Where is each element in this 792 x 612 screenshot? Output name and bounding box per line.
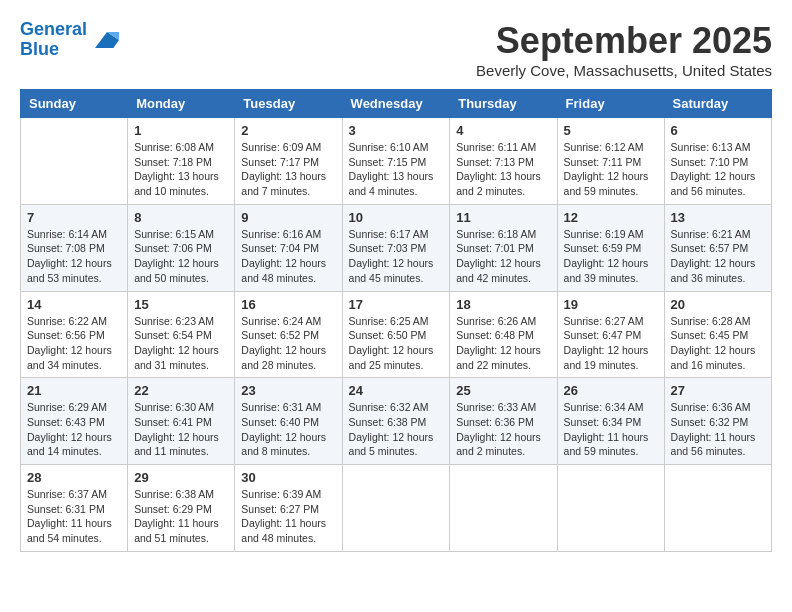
- day-number: 19: [564, 297, 658, 312]
- title-area: September 2025 Beverly Cove, Massachuset…: [476, 20, 772, 79]
- calendar-cell: 6Sunrise: 6:13 AM Sunset: 7:10 PM Daylig…: [664, 118, 771, 205]
- calendar-cell: 5Sunrise: 6:12 AM Sunset: 7:11 PM Daylig…: [557, 118, 664, 205]
- calendar-cell: 27Sunrise: 6:36 AM Sunset: 6:32 PM Dayli…: [664, 378, 771, 465]
- cell-text: Sunrise: 6:29 AM Sunset: 6:43 PM Dayligh…: [27, 401, 112, 457]
- day-number: 22: [134, 383, 228, 398]
- calendar-cell: 1Sunrise: 6:08 AM Sunset: 7:18 PM Daylig…: [128, 118, 235, 205]
- cell-text: Sunrise: 6:38 AM Sunset: 6:29 PM Dayligh…: [134, 488, 219, 544]
- calendar-cell: 21Sunrise: 6:29 AM Sunset: 6:43 PM Dayli…: [21, 378, 128, 465]
- calendar-cell: 3Sunrise: 6:10 AM Sunset: 7:15 PM Daylig…: [342, 118, 450, 205]
- calendar-cell: 2Sunrise: 6:09 AM Sunset: 7:17 PM Daylig…: [235, 118, 342, 205]
- calendar-cell: 29Sunrise: 6:38 AM Sunset: 6:29 PM Dayli…: [128, 465, 235, 552]
- calendar-cell: 25Sunrise: 6:33 AM Sunset: 6:36 PM Dayli…: [450, 378, 557, 465]
- day-number: 24: [349, 383, 444, 398]
- cell-text: Sunrise: 6:28 AM Sunset: 6:45 PM Dayligh…: [671, 315, 756, 371]
- cell-text: Sunrise: 6:25 AM Sunset: 6:50 PM Dayligh…: [349, 315, 434, 371]
- calendar-cell: 15Sunrise: 6:23 AM Sunset: 6:54 PM Dayli…: [128, 291, 235, 378]
- day-number: 3: [349, 123, 444, 138]
- calendar-cell: 26Sunrise: 6:34 AM Sunset: 6:34 PM Dayli…: [557, 378, 664, 465]
- cell-text: Sunrise: 6:19 AM Sunset: 6:59 PM Dayligh…: [564, 228, 649, 284]
- calendar-table: SundayMondayTuesdayWednesdayThursdayFrid…: [20, 89, 772, 552]
- calendar-cell: [557, 465, 664, 552]
- day-number: 16: [241, 297, 335, 312]
- cell-text: Sunrise: 6:31 AM Sunset: 6:40 PM Dayligh…: [241, 401, 326, 457]
- calendar-cell: 18Sunrise: 6:26 AM Sunset: 6:48 PM Dayli…: [450, 291, 557, 378]
- day-header-friday: Friday: [557, 90, 664, 118]
- calendar-cell: 8Sunrise: 6:15 AM Sunset: 7:06 PM Daylig…: [128, 204, 235, 291]
- cell-text: Sunrise: 6:11 AM Sunset: 7:13 PM Dayligh…: [456, 141, 541, 197]
- cell-text: Sunrise: 6:37 AM Sunset: 6:31 PM Dayligh…: [27, 488, 112, 544]
- day-number: 29: [134, 470, 228, 485]
- calendar-cell: 28Sunrise: 6:37 AM Sunset: 6:31 PM Dayli…: [21, 465, 128, 552]
- calendar-cell: 19Sunrise: 6:27 AM Sunset: 6:47 PM Dayli…: [557, 291, 664, 378]
- calendar-cell: 13Sunrise: 6:21 AM Sunset: 6:57 PM Dayli…: [664, 204, 771, 291]
- cell-text: Sunrise: 6:09 AM Sunset: 7:17 PM Dayligh…: [241, 141, 326, 197]
- cell-text: Sunrise: 6:13 AM Sunset: 7:10 PM Dayligh…: [671, 141, 756, 197]
- day-number: 21: [27, 383, 121, 398]
- cell-text: Sunrise: 6:10 AM Sunset: 7:15 PM Dayligh…: [349, 141, 434, 197]
- cell-text: Sunrise: 6:14 AM Sunset: 7:08 PM Dayligh…: [27, 228, 112, 284]
- day-number: 8: [134, 210, 228, 225]
- day-number: 26: [564, 383, 658, 398]
- cell-text: Sunrise: 6:24 AM Sunset: 6:52 PM Dayligh…: [241, 315, 326, 371]
- logo-line2: Blue: [20, 39, 59, 59]
- calendar-cell: 17Sunrise: 6:25 AM Sunset: 6:50 PM Dayli…: [342, 291, 450, 378]
- logo-line1: General: [20, 19, 87, 39]
- cell-text: Sunrise: 6:16 AM Sunset: 7:04 PM Dayligh…: [241, 228, 326, 284]
- cell-text: Sunrise: 6:27 AM Sunset: 6:47 PM Dayligh…: [564, 315, 649, 371]
- calendar-header-row: SundayMondayTuesdayWednesdayThursdayFrid…: [21, 90, 772, 118]
- cell-text: Sunrise: 6:21 AM Sunset: 6:57 PM Dayligh…: [671, 228, 756, 284]
- day-header-sunday: Sunday: [21, 90, 128, 118]
- cell-text: Sunrise: 6:17 AM Sunset: 7:03 PM Dayligh…: [349, 228, 434, 284]
- day-header-thursday: Thursday: [450, 90, 557, 118]
- day-number: 15: [134, 297, 228, 312]
- day-header-saturday: Saturday: [664, 90, 771, 118]
- cell-text: Sunrise: 6:36 AM Sunset: 6:32 PM Dayligh…: [671, 401, 756, 457]
- calendar-body: 1Sunrise: 6:08 AM Sunset: 7:18 PM Daylig…: [21, 118, 772, 552]
- day-number: 7: [27, 210, 121, 225]
- calendar-cell: 11Sunrise: 6:18 AM Sunset: 7:01 PM Dayli…: [450, 204, 557, 291]
- day-number: 1: [134, 123, 228, 138]
- day-number: 11: [456, 210, 550, 225]
- calendar-cell: [664, 465, 771, 552]
- calendar-cell: 14Sunrise: 6:22 AM Sunset: 6:56 PM Dayli…: [21, 291, 128, 378]
- location: Beverly Cove, Massachusetts, United Stat…: [476, 62, 772, 79]
- calendar-cell: 4Sunrise: 6:11 AM Sunset: 7:13 PM Daylig…: [450, 118, 557, 205]
- day-number: 14: [27, 297, 121, 312]
- day-number: 23: [241, 383, 335, 398]
- cell-text: Sunrise: 6:34 AM Sunset: 6:34 PM Dayligh…: [564, 401, 649, 457]
- day-number: 27: [671, 383, 765, 398]
- day-header-wednesday: Wednesday: [342, 90, 450, 118]
- calendar-week-row: 7Sunrise: 6:14 AM Sunset: 7:08 PM Daylig…: [21, 204, 772, 291]
- day-number: 5: [564, 123, 658, 138]
- day-number: 30: [241, 470, 335, 485]
- calendar-cell: 30Sunrise: 6:39 AM Sunset: 6:27 PM Dayli…: [235, 465, 342, 552]
- logo-icon: [91, 24, 123, 56]
- calendar-cell: 16Sunrise: 6:24 AM Sunset: 6:52 PM Dayli…: [235, 291, 342, 378]
- calendar-week-row: 28Sunrise: 6:37 AM Sunset: 6:31 PM Dayli…: [21, 465, 772, 552]
- page-header: General Blue September 2025 Beverly Cove…: [20, 20, 772, 79]
- day-number: 20: [671, 297, 765, 312]
- calendar-cell: [450, 465, 557, 552]
- cell-text: Sunrise: 6:12 AM Sunset: 7:11 PM Dayligh…: [564, 141, 649, 197]
- calendar-cell: [342, 465, 450, 552]
- day-number: 10: [349, 210, 444, 225]
- day-number: 13: [671, 210, 765, 225]
- day-number: 2: [241, 123, 335, 138]
- calendar-cell: 10Sunrise: 6:17 AM Sunset: 7:03 PM Dayli…: [342, 204, 450, 291]
- day-number: 4: [456, 123, 550, 138]
- day-number: 9: [241, 210, 335, 225]
- cell-text: Sunrise: 6:08 AM Sunset: 7:18 PM Dayligh…: [134, 141, 219, 197]
- cell-text: Sunrise: 6:18 AM Sunset: 7:01 PM Dayligh…: [456, 228, 541, 284]
- logo: General Blue: [20, 20, 123, 60]
- day-header-monday: Monday: [128, 90, 235, 118]
- calendar-week-row: 1Sunrise: 6:08 AM Sunset: 7:18 PM Daylig…: [21, 118, 772, 205]
- calendar-cell: 20Sunrise: 6:28 AM Sunset: 6:45 PM Dayli…: [664, 291, 771, 378]
- day-number: 6: [671, 123, 765, 138]
- day-number: 17: [349, 297, 444, 312]
- day-number: 12: [564, 210, 658, 225]
- cell-text: Sunrise: 6:22 AM Sunset: 6:56 PM Dayligh…: [27, 315, 112, 371]
- cell-text: Sunrise: 6:26 AM Sunset: 6:48 PM Dayligh…: [456, 315, 541, 371]
- cell-text: Sunrise: 6:33 AM Sunset: 6:36 PM Dayligh…: [456, 401, 541, 457]
- calendar-week-row: 21Sunrise: 6:29 AM Sunset: 6:43 PM Dayli…: [21, 378, 772, 465]
